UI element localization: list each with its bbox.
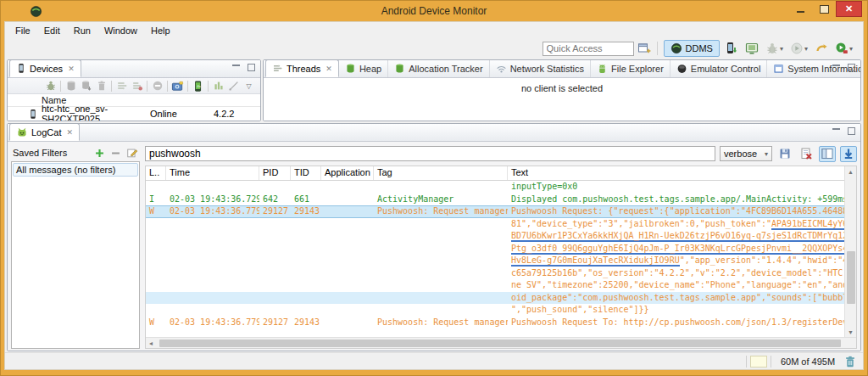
client-area: FileEditRunWindowHelp DDMS ▾ ▾ ▾ <box>4 21 864 370</box>
screen-capture-icon[interactable] <box>171 80 184 93</box>
hierarchy-bars-icon[interactable] <box>212 80 225 93</box>
scroll-lock-toggle[interactable] <box>840 146 857 162</box>
close-button[interactable]: ✕ <box>836 1 862 17</box>
run-gc-button[interactable] <box>841 355 860 368</box>
log-tag <box>374 267 508 280</box>
clear-log-button[interactable] <box>798 146 815 162</box>
tab-file-explorer[interactable]: File Explorer <box>591 59 670 77</box>
maximize-view-button[interactable] <box>246 63 257 72</box>
vertical-scrollbar[interactable]: ▲ ▼ <box>844 166 856 337</box>
minimize-view-button[interactable] <box>831 126 842 136</box>
scroll-up-icon[interactable]: ▲ <box>848 166 854 177</box>
remove-filter-icon[interactable] <box>110 148 121 159</box>
tab-emulator-control[interactable]: Emulator Control <box>670 59 768 77</box>
column-header-tid[interactable]: TID <box>291 166 321 180</box>
device-row[interactable]: htc-htc_one_sv-SH2CXTP025 Online 4.2.2 <box>8 107 260 121</box>
log-row[interactable]: BD7U6bKwr1P3CxYa6kkHXjQA_H1Rn-UekD26tzjP… <box>146 230 844 243</box>
toolbar-separator <box>208 81 209 92</box>
log-application <box>321 243 374 255</box>
run-menu-icon <box>790 42 804 55</box>
log-row[interactable]: ne SV","timezone":25200,"device_name":"P… <box>146 279 844 292</box>
menu-run[interactable]: Run <box>67 24 97 37</box>
debug-menu-button[interactable]: ▾ <box>764 40 785 57</box>
tab-threads[interactable]: Threads✕ <box>265 59 339 77</box>
log-level <box>146 267 166 280</box>
log-rows[interactable]: inputType=0x0I02-03 19:43:36.729642661Ac… <box>146 181 844 337</box>
vertical-scroll-thumb[interactable] <box>847 251 855 304</box>
tab-logcat[interactable]: LogCat ✕ <box>9 123 80 141</box>
menu-help[interactable]: Help <box>144 24 177 37</box>
update-heap-icon[interactable] <box>64 80 77 93</box>
client-tabbar: Threads✕HeapAllocation TrackerNetwork St… <box>264 60 860 78</box>
pixel-perfect-icon[interactable] <box>227 80 240 93</box>
column-header-pid[interactable]: PID <box>259 166 291 180</box>
minimize-view-button[interactable] <box>231 63 242 72</box>
horizontal-scrollbar[interactable]: ◂ <box>146 337 856 348</box>
display-saved-filters-toggle[interactable] <box>819 146 836 162</box>
column-header-text[interactable]: Text <box>508 166 844 180</box>
device-connect-button[interactable] <box>723 40 740 57</box>
log-row[interactable]: Ptg_o3df0_99Q6gguYghE6IjQ4pJm-P_Ir03K3NK… <box>146 243 844 255</box>
tab-label: Heap <box>359 64 381 74</box>
dump-hprof-icon[interactable] <box>80 80 92 93</box>
close-tab-icon[interactable]: ✕ <box>326 65 332 73</box>
external-tools-button[interactable]: ▾ <box>833 40 854 57</box>
maximize-button[interactable] <box>812 1 836 17</box>
ddms-perspective-button[interactable]: DDMS <box>664 40 720 57</box>
menu-edit[interactable]: Edit <box>37 24 67 37</box>
close-tab-icon[interactable]: ✕ <box>66 128 73 137</box>
log-text: inputType=0x0 <box>508 181 844 194</box>
menu-file[interactable]: File <box>8 24 37 37</box>
cause-gc-icon[interactable] <box>95 80 108 93</box>
log-application <box>321 181 374 194</box>
horizontal-scroll-thumb[interactable] <box>159 340 841 347</box>
log-table-header[interactable]: L..TimePIDTIDApplicationTagText <box>146 166 844 181</box>
saved-filter-item[interactable]: All messages (no filters) <box>13 163 138 177</box>
saved-filters-list[interactable]: All messages (no filters) <box>11 161 140 349</box>
add-filter-icon[interactable] <box>94 148 105 159</box>
update-threads-icon[interactable] <box>115 80 128 93</box>
tab-network-statistics[interactable]: Network Statistics <box>490 59 591 77</box>
log-row[interactable]: W02-03 19:43:36.7792912729143Pushwoosh: … <box>146 317 844 329</box>
tab-allocation-tracker[interactable]: Allocation Tracker <box>388 59 489 77</box>
edit-filter-icon[interactable] <box>126 147 138 159</box>
tab-devices[interactable]: Devices ✕ <box>9 59 81 77</box>
logcat-search-input[interactable] <box>145 146 715 161</box>
last-edit-location-button[interactable] <box>813 40 830 57</box>
log-row[interactable]: c65a79125b16b","os_version":"4.2.2","v":… <box>146 267 844 280</box>
log-level-select[interactable]: verbose ▾ <box>720 146 772 161</box>
open-perspective-icon[interactable] <box>637 42 651 55</box>
screen-capture-tool-button[interactable] <box>743 40 760 57</box>
tab-heap[interactable]: Heap <box>339 59 388 77</box>
scroll-left-icon[interactable]: ◂ <box>146 340 156 347</box>
column-header-time[interactable]: Time <box>166 166 259 180</box>
minimize-view-button[interactable] <box>831 63 842 72</box>
quick-access-input[interactable] <box>542 42 634 56</box>
log-row[interactable]: W02-03 19:43:36.7792912729143Pushwoosh: … <box>146 205 844 218</box>
log-row[interactable]: I02-03 19:43:36.729642661ActivityManager… <box>146 194 844 206</box>
maximize-view-button[interactable] <box>846 63 857 72</box>
maximize-view-button[interactable] <box>846 126 857 136</box>
view-menu-icon[interactable]: ▽ <box>242 80 255 93</box>
minimize-button[interactable] <box>788 1 812 17</box>
display-saved-filters-icon <box>821 147 834 160</box>
column-header-tag[interactable]: Tag <box>374 166 508 180</box>
column-header-application[interactable]: Application <box>321 166 374 180</box>
menu-window[interactable]: Window <box>97 24 144 37</box>
log-row[interactable]: oid_package":"com.pushwoosh.test.tags.sa… <box>146 292 844 305</box>
log-row[interactable]: 81","device_type":"3","jailbroken":0,"pu… <box>146 218 844 231</box>
column-header-l[interactable]: L.. <box>146 166 166 180</box>
stop-process-icon[interactable] <box>151 80 164 93</box>
method-profiling-icon[interactable] <box>131 80 143 93</box>
debug-process-icon[interactable] <box>44 80 57 93</box>
scroll-down-icon[interactable]: ▼ <box>848 327 854 337</box>
close-tab-icon[interactable]: ✕ <box>68 65 75 73</box>
log-text-segment: ne SV","timezone":25200,"device_name":"P… <box>511 280 844 289</box>
log-row[interactable]: inputType=0x0 <box>146 181 844 194</box>
screen-record-icon[interactable]: 4s <box>192 80 204 93</box>
log-row[interactable]: Hv8LeG-g7G0mEoujXaTecRXidukjIO9RU","app_… <box>146 255 844 267</box>
log-row[interactable]: ","push_sound","silence"]}} <box>146 304 844 317</box>
save-log-button[interactable] <box>776 146 793 162</box>
log-tid: 29143 <box>291 206 321 217</box>
run-menu-button[interactable]: ▾ <box>788 40 810 57</box>
